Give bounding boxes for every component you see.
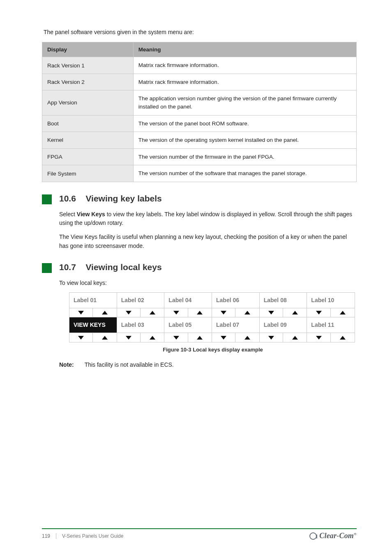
lead-text: The panel software versions given in the… xyxy=(42,28,357,36)
arrow-down-icon xyxy=(117,333,141,342)
table-row: App VersionThe application version numbe… xyxy=(42,90,357,115)
cell: Rack Version 2 xyxy=(42,74,134,90)
table-header: Display xyxy=(42,42,134,57)
logo-ring-icon xyxy=(309,532,317,540)
arrow-down-icon xyxy=(69,308,93,317)
arrow-up-icon xyxy=(93,308,116,317)
section-viewing-key-labels: 10.6 Viewing key labels Select View Keys… xyxy=(42,194,357,251)
arrow-down-icon xyxy=(212,308,235,317)
key-label: Label 05 xyxy=(164,317,212,333)
paragraph: To view local keys: xyxy=(59,279,357,288)
note-text: This facility is not available in ECS. xyxy=(85,361,174,368)
brand-logo: Clear-Com® xyxy=(309,532,357,540)
section-marker-icon xyxy=(42,194,52,204)
arrow-up-icon xyxy=(141,333,164,342)
arrow-down-icon xyxy=(164,333,188,342)
text: Select xyxy=(59,211,77,217)
view-keys-label: VIEW KEYS xyxy=(69,317,117,333)
key-label: Label 01 xyxy=(69,293,117,308)
section-title: Viewing key labels xyxy=(85,194,161,203)
table-row: BootThe version of the panel boot ROM so… xyxy=(42,115,357,132)
versions-table: Display Meaning Rack Version 1Matrix rac… xyxy=(42,42,357,182)
cell: Matrix rack firmware information. xyxy=(133,74,356,90)
key-label: Label 06 xyxy=(212,293,259,308)
arrow-up-icon xyxy=(331,308,355,317)
table-row: FPGAThe version number of the firmware i… xyxy=(42,148,357,165)
key-label: Label 11 xyxy=(307,317,355,333)
cell: File System xyxy=(42,165,134,182)
cell: Kernel xyxy=(42,132,134,149)
arrow-up-icon xyxy=(331,333,355,342)
arrow-up-icon xyxy=(235,333,259,342)
paragraph: The View Keys facility is useful when pl… xyxy=(59,233,357,250)
table-row: Rack Version 1Matrix rack firmware infor… xyxy=(42,57,357,74)
doc-title: V-Series Panels User Guide xyxy=(62,533,123,539)
key-label: Label 09 xyxy=(260,317,307,333)
cell: The application version number giving th… xyxy=(133,90,356,115)
arrow-up-icon xyxy=(283,308,307,317)
section-viewing-local-keys: 10.7 Viewing local keys To view local ke… xyxy=(42,262,357,370)
page-footer: 119 V-Series Panels User Guide Clear-Com… xyxy=(42,528,357,540)
arrow-up-icon xyxy=(141,308,164,317)
footer-rule xyxy=(42,528,357,529)
section-title: Viewing local keys xyxy=(85,262,161,272)
section-marker-icon xyxy=(42,263,52,273)
arrow-up-icon xyxy=(235,308,259,317)
arrow-down-icon xyxy=(260,308,283,317)
cell: Boot xyxy=(42,115,134,132)
arrow-down-icon xyxy=(69,333,93,342)
note: Note: This facility is not available in … xyxy=(59,361,357,370)
arrow-up-icon xyxy=(188,308,212,317)
cell: App Version xyxy=(42,90,134,115)
arrow-up-icon xyxy=(283,333,307,342)
cell: The version of the panel boot ROM softwa… xyxy=(133,115,356,132)
arrow-up-icon xyxy=(188,333,212,342)
cell: Matrix rack firmware information. xyxy=(133,57,356,74)
table-row: File SystemThe version number of the sof… xyxy=(42,165,357,182)
key-label: Label 10 xyxy=(307,293,355,308)
section-number: 10.7 xyxy=(59,262,84,272)
page-number: 119 xyxy=(42,533,50,539)
cell: The version of the operating system kern… xyxy=(133,132,356,149)
key-label: Label 02 xyxy=(117,293,164,308)
cell: Rack Version 1 xyxy=(42,57,134,74)
cell: The version number of the firmware in th… xyxy=(133,148,356,165)
separator-icon xyxy=(56,533,56,539)
key-label: Label 08 xyxy=(260,293,307,308)
arrow-down-icon xyxy=(212,333,235,342)
key-label: Label 03 xyxy=(117,317,164,333)
arrow-down-icon xyxy=(117,308,141,317)
key-label: Label 04 xyxy=(164,293,212,308)
note-label: Note: xyxy=(59,361,83,370)
table-row: KernelThe version of the operating syste… xyxy=(42,132,357,149)
cell: FPGA xyxy=(42,148,134,165)
text-bold: View Keys xyxy=(77,211,105,217)
figure-caption: Figure 10-3 Local keys display example xyxy=(69,346,357,354)
arrow-down-icon xyxy=(307,308,331,317)
paragraph: Select View Keys to view the key labels.… xyxy=(59,210,357,228)
local-keys-figure: Label 01 VIEW KEYS Label 02 Label 03 Lab… xyxy=(69,292,355,342)
arrow-down-icon xyxy=(260,333,283,342)
arrow-down-icon xyxy=(164,308,188,317)
section-number: 10.6 xyxy=(59,194,84,204)
table-header: Meaning xyxy=(133,42,356,57)
arrow-up-icon xyxy=(93,333,116,342)
cell: The version number of the software that … xyxy=(133,165,356,182)
key-label: Label 07 xyxy=(212,317,259,333)
arrow-down-icon xyxy=(307,333,331,342)
table-row: Rack Version 2Matrix rack firmware infor… xyxy=(42,74,357,90)
brand-text: Clear-Com xyxy=(319,532,354,540)
